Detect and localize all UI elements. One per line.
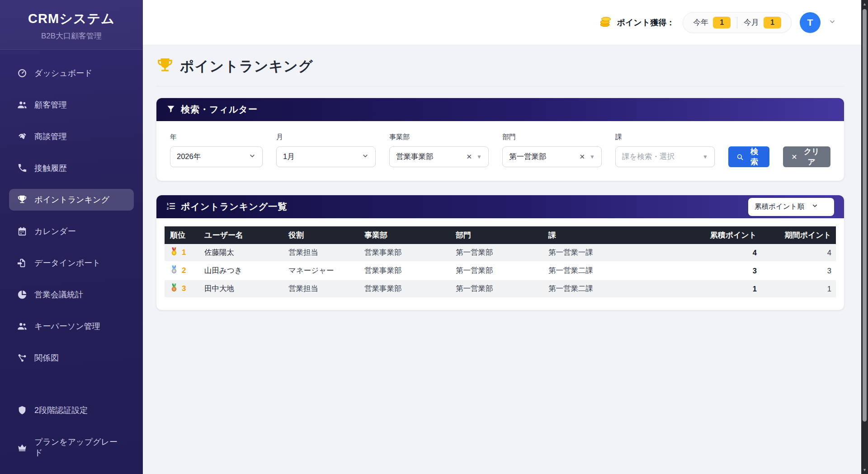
sidebar-item-meeting-stats[interactable]: 営業会議統計 — [9, 284, 134, 305]
department-cell: 第一営業部 — [451, 244, 544, 262]
network-icon — [17, 353, 27, 363]
points-this-month: 今月 1 — [744, 17, 781, 28]
section-cell: 第一営業二課 — [544, 262, 678, 280]
sidebar-item-label: プランをアップグレード — [34, 436, 126, 458]
sidebar-item-contact-history[interactable]: 接触履歴 — [9, 157, 134, 179]
sidebar-item-label: 関係図 — [34, 352, 59, 363]
sort-order-select[interactable]: 累積ポイント順 — [748, 198, 834, 216]
content-area: ポイントランキング 検索・フィルター 年 2026年 — [143, 45, 861, 474]
ranking-panel-header: 12 ポイントランキング一覧 累積ポイント順 — [156, 195, 844, 218]
division-combobox[interactable]: 営業事業部 ✕ ▼ — [389, 146, 489, 167]
points-earned-label: ポイント獲得： — [599, 14, 675, 30]
rank-number: 2 — [182, 266, 186, 275]
table-row: 3 田中大地 営業担当 営業事業部 第一営業部 第一営業二課 1 1 — [165, 280, 836, 298]
column-header-rank: 順位 — [165, 226, 200, 244]
search-button[interactable]: 検索 — [728, 146, 769, 167]
role-cell: マネージャー — [284, 262, 360, 280]
user-name-cell: 田中大地 — [200, 280, 284, 298]
vertical-scrollbar[interactable]: ▲ ▼ — [861, 0, 868, 474]
app-window: CRMシステム B2B大口顧客管理 ダッシュボード 顧客管理 商談管理 接触履歴 — [0, 0, 868, 474]
total-points-cell: 3 — [678, 262, 761, 280]
svg-text:1: 1 — [167, 202, 169, 206]
dropdown-arrow-icon[interactable]: ▼ — [476, 154, 482, 160]
sidebar-nav: ダッシュボード 顧客管理 商談管理 接触履歴 ポイントランキング カレンダー — [0, 50, 143, 379]
sidebar-item-label: 2段階認証設定 — [34, 405, 88, 416]
month-filter-label: 月 — [276, 133, 376, 141]
filter-panel-header: 検索・フィルター — [156, 98, 844, 121]
filter-panel-title: 検索・フィルター — [181, 103, 258, 116]
sidebar-item-point-ranking[interactable]: ポイントランキング — [9, 189, 134, 211]
gold-medal-icon — [169, 247, 179, 258]
file-import-icon — [17, 258, 27, 268]
clear-selection-icon[interactable]: ✕ — [580, 153, 585, 161]
division-filter-field: 事業部 営業事業部 ✕ ▼ — [389, 133, 489, 167]
clear-button[interactable]: ✕ クリア — [783, 146, 830, 167]
sidebar-item-deals[interactable]: 商談管理 — [9, 126, 134, 147]
silver-medal-icon — [169, 265, 179, 277]
numbered-list-icon: 12 — [166, 202, 175, 212]
app-subtitle: B2B大口顧客管理 — [5, 31, 138, 41]
total-points-cell: 1 — [678, 280, 761, 298]
sidebar-item-upgrade-plan[interactable]: プランをアップグレード — [9, 431, 134, 464]
table-row: 1 佐藤陽太 営業担当 営業事業部 第一営業部 第一営業一課 4 4 — [165, 244, 836, 262]
user-name-cell: 山田みつき — [200, 262, 284, 280]
sidebar: CRMシステム B2B大口顧客管理 ダッシュボード 顧客管理 商談管理 接触履歴 — [0, 0, 143, 474]
sidebar-item-label: 顧客管理 — [34, 99, 67, 110]
trophy-icon — [17, 195, 27, 205]
department-combobox[interactable]: 第一営業部 ✕ ▼ — [502, 146, 602, 167]
users-icon — [17, 100, 27, 110]
division-cell: 営業事業部 — [360, 244, 451, 262]
filter-body: 年 2026年 月 1月 事業部 — [156, 121, 844, 181]
sidebar-item-relationship-map[interactable]: 関係図 — [9, 347, 134, 369]
scroll-up-arrow-icon[interactable]: ▲ — [861, 0, 868, 8]
year-points-badge: 1 — [713, 17, 731, 28]
sidebar-item-calendar[interactable]: カレンダー — [9, 221, 134, 242]
phone-icon — [17, 163, 27, 173]
ranking-table-wrap: 順位 ユーザー名 役割 事業部 部門 課 累積ポイント 期間ポイント — [156, 218, 844, 298]
sidebar-item-customers[interactable]: 顧客管理 — [9, 94, 134, 116]
page-title-row: ポイントランキング — [156, 57, 844, 86]
chevron-down-icon — [811, 202, 818, 211]
chevron-down-icon[interactable] — [829, 18, 836, 27]
sidebar-item-label: データインポート — [34, 258, 101, 268]
section-combobox[interactable]: 課を検索・選択 ▼ — [615, 146, 715, 167]
sidebar-item-two-factor-settings[interactable]: 2段階認証設定 — [9, 399, 134, 421]
chevron-down-icon — [249, 152, 256, 161]
scroll-down-arrow-icon[interactable]: ▼ — [861, 466, 868, 474]
department-cell: 第一営業部 — [451, 280, 544, 298]
points-summary-pill: 今年 1 今月 1 — [683, 12, 792, 33]
role-cell: 営業担当 — [284, 280, 360, 298]
sidebar-item-label: 接触履歴 — [34, 163, 67, 174]
department-filter-label: 部門 — [502, 133, 602, 141]
dropdown-arrow-icon[interactable]: ▼ — [590, 154, 595, 160]
sidebar-item-dashboard[interactable]: ダッシュボード — [9, 62, 134, 84]
user-avatar[interactable]: T — [800, 12, 821, 33]
table-header-row: 順位 ユーザー名 役割 事業部 部門 課 累積ポイント 期間ポイント — [165, 226, 836, 244]
section-filter-field: 課 課を検索・選択 ▼ — [615, 133, 715, 167]
top-header: ポイント獲得： 今年 1 今月 1 T — [143, 0, 861, 45]
year-filter-label: 年 — [170, 133, 263, 141]
sidebar-item-data-import[interactable]: データインポート — [9, 252, 134, 274]
svg-text:2: 2 — [167, 206, 169, 210]
filter-panel: 検索・フィルター 年 2026年 月 1月 — [156, 98, 844, 181]
users-icon — [17, 321, 27, 331]
filter-funnel-icon — [166, 104, 175, 115]
month-select[interactable]: 1月 — [276, 146, 376, 167]
app-title: CRMシステム — [5, 10, 138, 28]
period-points-cell: 3 — [761, 262, 836, 280]
clear-selection-icon[interactable]: ✕ — [467, 153, 472, 161]
scrollbar-thumb[interactable] — [863, 9, 867, 422]
chevron-down-icon — [362, 152, 369, 161]
year-select[interactable]: 2026年 — [170, 146, 263, 167]
points-this-year: 今年 1 — [693, 17, 731, 28]
sidebar-item-key-persons[interactable]: キーパーソン管理 — [9, 315, 134, 337]
gauge-icon — [17, 68, 27, 78]
close-icon: ✕ — [791, 153, 797, 161]
ranking-panel-title: ポイントランキング一覧 — [181, 201, 287, 213]
column-header-period-points: 期間ポイント — [761, 226, 836, 244]
pie-chart-icon — [17, 290, 27, 300]
section-cell: 第一営業一課 — [544, 244, 678, 262]
rank-number: 1 — [182, 248, 186, 257]
dropdown-arrow-icon[interactable]: ▼ — [703, 154, 708, 160]
column-header-section: 課 — [544, 226, 678, 244]
